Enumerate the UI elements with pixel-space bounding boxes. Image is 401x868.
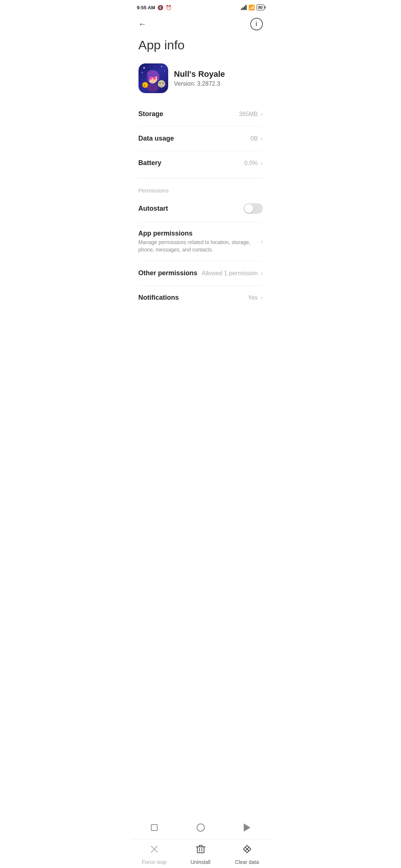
app-info-text: Null's Royale Version: 3.2872.3 xyxy=(174,69,225,87)
app-version: Version: 3.2872.3 xyxy=(174,80,225,87)
alarm-icon: ⏰ xyxy=(166,5,172,10)
time-display: 9:55 AM xyxy=(137,5,155,10)
other-permissions-value-row: Allowed 1 permission › xyxy=(202,270,263,277)
svg-point-12 xyxy=(150,78,151,79)
svg-point-5 xyxy=(147,83,159,92)
storage-value-row: 385MB › xyxy=(239,111,263,118)
autostart-label: Autostart xyxy=(138,205,168,213)
battery-label: Battery xyxy=(138,159,162,167)
app-permissions-text: App permissions Manage permissions relat… xyxy=(138,230,261,253)
battery-item[interactable]: Battery 0.0% › xyxy=(138,151,263,175)
other-permissions-value: Allowed 1 permission xyxy=(202,270,258,277)
app-permissions-row[interactable]: App permissions Manage permissions relat… xyxy=(138,222,263,261)
svg-point-3 xyxy=(164,70,165,71)
toggle-thumb xyxy=(244,204,253,213)
back-button[interactable]: ← xyxy=(138,19,147,29)
other-permissions-row[interactable]: Other permissions Allowed 1 permission › xyxy=(138,261,263,286)
storage-item[interactable]: Storage 385MB › xyxy=(138,102,263,126)
signal-icon xyxy=(241,5,247,10)
data-usage-value-row: 0B › xyxy=(251,135,263,142)
svg-point-13 xyxy=(154,78,155,79)
app-permissions-chevron: › xyxy=(261,238,263,245)
data-usage-item[interactable]: Data usage 0B › xyxy=(138,126,263,151)
page-title: App info xyxy=(131,35,270,60)
top-nav: ← i xyxy=(131,13,270,35)
app-header: $ Null's Royale Version: 3.2872.3 xyxy=(131,60,270,102)
svg-text:$: $ xyxy=(144,84,146,87)
mute-icon: 🔇 xyxy=(157,5,163,10)
battery-value-row: 0.0% › xyxy=(244,160,263,167)
battery-chevron: › xyxy=(261,160,263,167)
status-bar: 9:55 AM 🔇 ⏰ 📶 80 xyxy=(131,0,270,13)
storage-chevron: › xyxy=(261,111,263,118)
svg-rect-8 xyxy=(147,74,150,81)
section-divider xyxy=(138,178,263,178)
storage-label: Storage xyxy=(138,110,163,118)
notifications-label: Notifications xyxy=(138,294,179,302)
permissions-section: Autostart App permissions Manage permiss… xyxy=(131,195,270,310)
autostart-row: Autostart xyxy=(138,195,263,222)
battery-value: 0.0% xyxy=(244,160,258,167)
app-permissions-title: App permissions xyxy=(138,230,257,237)
permissions-section-label: Permissions xyxy=(131,181,270,195)
status-right: 📶 80 xyxy=(241,4,264,10)
svg-rect-17 xyxy=(160,85,163,86)
data-usage-chevron: › xyxy=(261,135,263,142)
other-permissions-chevron: › xyxy=(261,270,263,277)
other-permissions-label: Other permissions xyxy=(138,269,198,277)
notifications-chevron: › xyxy=(261,295,263,301)
battery-indicator: 80 xyxy=(257,4,264,10)
svg-point-15 xyxy=(159,82,161,84)
data-usage-label: Data usage xyxy=(138,135,174,142)
info-button[interactable]: i xyxy=(250,18,263,30)
svg-point-2 xyxy=(161,66,162,67)
notifications-value-row: Yes › xyxy=(248,295,263,301)
app-permissions-desc: Manage permissions related to location, … xyxy=(138,239,257,253)
settings-list: Storage 385MB › Data usage 0B › Battery … xyxy=(131,102,270,175)
status-left: 9:55 AM 🔇 ⏰ xyxy=(137,5,172,10)
app-icon: $ xyxy=(138,63,168,93)
autostart-toggle[interactable] xyxy=(244,203,263,214)
svg-rect-9 xyxy=(157,74,159,80)
data-usage-value: 0B xyxy=(251,135,258,142)
svg-point-1 xyxy=(143,67,145,69)
svg-point-4 xyxy=(141,72,143,73)
wifi-icon: 📶 xyxy=(248,4,255,10)
app-name: Null's Royale xyxy=(174,69,225,79)
notifications-value: Yes xyxy=(248,295,258,301)
notifications-row[interactable]: Notifications Yes › xyxy=(138,286,263,310)
svg-point-16 xyxy=(162,82,164,84)
storage-value: 385MB xyxy=(239,111,258,118)
